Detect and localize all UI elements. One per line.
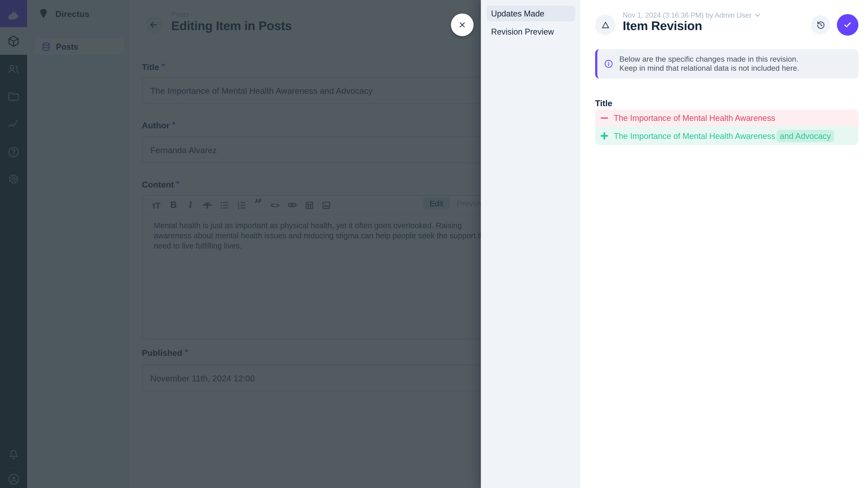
change-triangle-icon: [600, 20, 611, 30]
drawer-overlay[interactable]: [0, 0, 481, 488]
drawer-tab-revision-preview[interactable]: Revision Preview: [487, 24, 576, 39]
check-icon: [843, 20, 853, 30]
revision-notice: Below are the specific changes made in t…: [595, 49, 859, 78]
diff-added-highlight: and Advocacy: [776, 130, 834, 142]
close-drawer-button[interactable]: [451, 13, 473, 36]
revision-drawer: Nov 1, 2024 (3:16:36 PM) by Admin User I…: [581, 0, 868, 488]
history-icon: [815, 20, 826, 30]
minus-icon: [601, 117, 608, 119]
info-icon: [603, 59, 614, 69]
revision-meta[interactable]: Nov 1, 2024 (3:16:36 PM) by Admin User: [623, 11, 760, 19]
chevron-down-icon: [755, 13, 760, 17]
drawer-tab-updates-made[interactable]: Updates Made: [487, 6, 576, 22]
diff-removed-text: The Importance of Mental Health Awarenes…: [614, 113, 775, 123]
close-icon: [458, 20, 467, 29]
diff-added-text: The Importance of Mental Health Awarenes…: [614, 131, 834, 140]
diff-added-row: The Importance of Mental Health Awarenes…: [595, 127, 859, 145]
drawer-sidebar: Updates Made Revision Preview: [481, 0, 581, 488]
plus-icon: [601, 132, 608, 140]
drawer-title: Item Revision: [623, 19, 702, 33]
diff-removed-row: The Importance of Mental Health Awarenes…: [595, 109, 859, 127]
app-root: Directus Posts Posts Editing Item in Pos…: [0, 0, 868, 488]
done-button[interactable]: [837, 14, 859, 36]
revert-button[interactable]: [811, 15, 830, 35]
notice-text: Below are the specific changes made in t…: [619, 55, 799, 73]
diff-field-label: Title: [595, 98, 612, 108]
revision-type-badge: [595, 15, 616, 35]
